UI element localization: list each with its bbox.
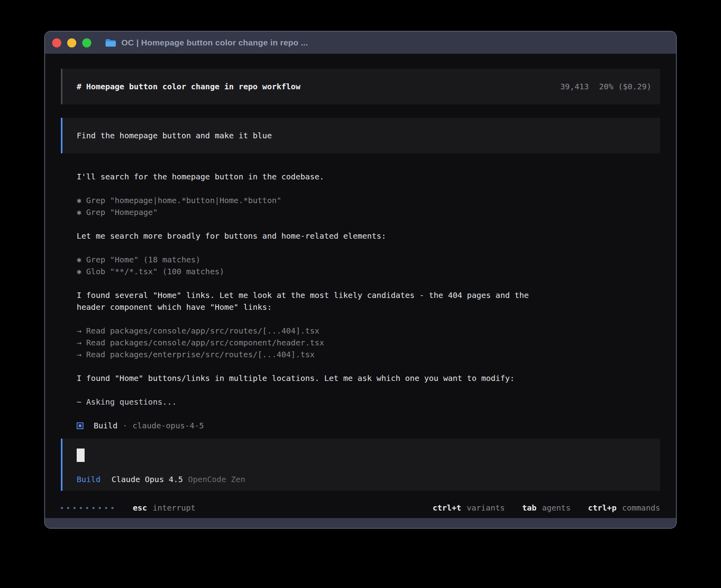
terminal-window: OC | Homepage button color change in rep… xyxy=(44,31,677,529)
shortcut-key: esc xyxy=(133,502,147,514)
minimize-button[interactable] xyxy=(67,38,76,47)
session-cost: ($0.29) xyxy=(618,81,651,92)
shortcut-variants: ctrl+t variants xyxy=(432,502,505,514)
prompt-input[interactable]: Build Claude Opus 4.5 OpenCode Zen xyxy=(61,439,660,491)
shortcut-key: ctrl+p xyxy=(588,502,616,514)
context-percent: 20% xyxy=(599,81,613,92)
tool-call-read: → Read packages/console/app/src/routes/[… xyxy=(77,325,660,337)
blank-line xyxy=(77,384,660,396)
assistant-text: I found several "Home" links. Let me loo… xyxy=(77,289,660,301)
folder-icon xyxy=(105,38,116,47)
zoom-button[interactable] xyxy=(82,38,91,47)
input-provider-label: OpenCode Zen xyxy=(188,473,245,485)
close-button[interactable] xyxy=(52,38,61,47)
tool-call-read: → Read packages/enterprise/src/routes/[.… xyxy=(77,349,660,360)
shortcut-key: ctrl+t xyxy=(432,502,461,514)
blank-line xyxy=(77,313,660,325)
agent-status-line: Build · claude-opus-4-5 xyxy=(77,420,660,432)
tool-call-grep: ✱ Grep "Homepage" xyxy=(77,206,660,218)
tool-call-grep: ✱ Grep "homepage|home.*button|Home.*butt… xyxy=(77,194,660,206)
window-bottom-chrome xyxy=(45,518,676,528)
token-count: 39,413 xyxy=(560,81,589,92)
assistant-transcript: I'll search for the homepage button in t… xyxy=(61,171,660,432)
shortcut-interrupt: esc interrupt xyxy=(133,502,196,514)
input-meta: Build Claude Opus 4.5 OpenCode Zen xyxy=(77,473,660,485)
tool-pending-questions: ~ Asking questions... xyxy=(77,396,660,408)
shortcut-label: agents xyxy=(542,502,570,514)
assistant-text: Let me search more broadly for buttons a… xyxy=(77,230,660,242)
user-message: Find the homepage button and make it blu… xyxy=(61,118,660,153)
agent-name: Build xyxy=(94,420,117,432)
terminal-content: # Homepage button color change in repo w… xyxy=(45,54,676,518)
text-cursor xyxy=(77,449,85,462)
session-stats: 39,413 20% ($0.29) xyxy=(560,81,651,92)
blank-line xyxy=(77,408,660,420)
tool-call-grep: ✱ Grep "Home" (18 matches) xyxy=(77,254,660,266)
shortcut-label: commands xyxy=(622,502,660,514)
status-right: ctrl+t variants tab agents ctrl+p comman… xyxy=(432,502,660,514)
input-model-label: Claude Opus 4.5 xyxy=(111,473,183,485)
input-agent-label: Build xyxy=(77,473,100,485)
blank-line xyxy=(77,277,660,289)
tool-call-read: → Read packages/console/app/src/componen… xyxy=(77,337,660,349)
titlebar[interactable]: OC | Homepage button color change in rep… xyxy=(45,32,676,54)
spinner-dots-icon xyxy=(61,507,118,509)
assistant-text: I found "Home" buttons/links in multiple… xyxy=(77,372,660,384)
agent-badge-icon xyxy=(77,422,83,429)
blank-line xyxy=(77,183,660,194)
blank-line xyxy=(77,360,660,372)
session-header: # Homepage button color change in repo w… xyxy=(61,69,660,104)
blank-line xyxy=(77,242,660,254)
status-left: esc interrupt xyxy=(61,502,196,514)
agent-separator: · xyxy=(123,420,127,432)
shortcut-agents: tab agents xyxy=(522,502,570,514)
shortcut-label: interrupt xyxy=(153,502,195,514)
assistant-text: I'll search for the homepage button in t… xyxy=(77,171,660,183)
agent-model: claude-opus-4-5 xyxy=(132,420,204,432)
user-message-text: Find the homepage button and make it blu… xyxy=(77,130,272,141)
shortcut-key: tab xyxy=(522,502,536,514)
tool-call-glob: ✱ Glob "**/*.tsx" (100 matches) xyxy=(77,266,660,277)
session-title: # Homepage button color change in repo w… xyxy=(77,81,300,92)
assistant-text: header component which have "Home" links… xyxy=(77,301,660,313)
window-title: OC | Homepage button color change in rep… xyxy=(121,38,308,47)
shortcut-label: variants xyxy=(467,502,505,514)
status-bar: esc interrupt ctrl+t variants tab agents… xyxy=(61,501,660,514)
blank-line xyxy=(77,218,660,230)
shortcut-commands: ctrl+p commands xyxy=(588,502,660,514)
